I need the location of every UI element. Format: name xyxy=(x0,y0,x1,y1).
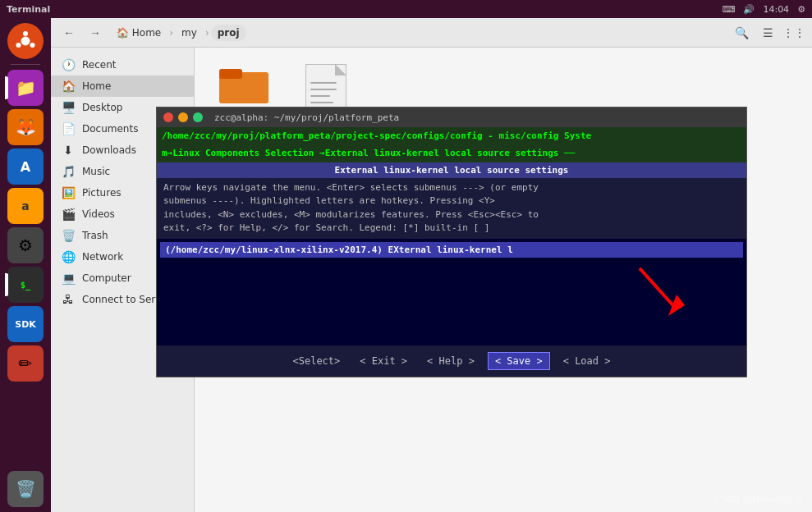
folder-svg-icon xyxy=(219,64,268,105)
launcher-icon-amazon[interactable]: a xyxy=(7,188,44,224)
network-icon: 🌐 xyxy=(61,250,76,263)
breadcrumb: 🏠 Home › my › proj xyxy=(110,25,246,41)
view-list-button[interactable]: ☰ xyxy=(756,21,779,44)
menuconfig-select-button[interactable]: <Select> xyxy=(287,353,347,369)
videos-icon: 🎬 xyxy=(61,208,76,221)
menuconfig-help-button[interactable]: < Help > xyxy=(420,353,481,369)
sidebar-label-computer: Computer xyxy=(82,272,131,284)
terminal-path-text-1: /home/zcc/my/proj/platform_peta/project-… xyxy=(162,130,591,141)
menuconfig-exit-button[interactable]: < Exit > xyxy=(353,353,414,369)
forward-button[interactable]: → xyxy=(84,21,107,44)
menuconfig-list: (/home/zcc/my/linux-xlnx-xilinx-v2017.4)… xyxy=(157,239,746,345)
menuconfig-info: Arrow keys navigate the menu. <Enter> se… xyxy=(157,178,746,239)
sidebar-label-videos: Videos xyxy=(82,208,115,220)
home-icon: 🏠 xyxy=(61,80,76,93)
sidebar-item-recent[interactable]: 🕐 Recent xyxy=(51,54,194,75)
documents-icon: 📄 xyxy=(61,122,76,135)
terminal-titlebar: zcc@alpha: ~/my/proj/platform_peta xyxy=(157,107,746,127)
terminal-title: zcc@alpha: ~/my/proj/platform_peta xyxy=(214,112,399,123)
menuconfig-dialog: External linux-kernel local source setti… xyxy=(157,162,746,377)
computer-icon: 💻 xyxy=(61,272,76,285)
menuconfig-info-line-3: includes, <N> excludes, <M> modularizes … xyxy=(163,208,740,222)
launcher-icon-writer[interactable]: ✏️ xyxy=(7,345,44,382)
menuconfig-buttons: <Select> < Exit > < Help > < Save > < Lo… xyxy=(157,345,746,377)
breadcrumb-separator-2: › xyxy=(205,27,209,39)
menuconfig-info-line-1: Arrow keys navigate the menu. <Enter> se… xyxy=(163,181,740,195)
fm-toolbar: ← → 🏠 Home › my › proj 🔍 ☰ ⋮⋮ xyxy=(51,18,812,48)
launcher-icon-trash[interactable]: 🗑️ xyxy=(7,471,44,507)
sidebar-label-downloads: Downloads xyxy=(82,144,136,156)
menuconfig-load-button[interactable]: < Load > xyxy=(557,353,617,369)
terminal-path-text-2: m→Linux Components Selection →External l… xyxy=(162,148,575,158)
sidebar-label-pictures: Pictures xyxy=(82,187,122,199)
terminal-window: zcc@alpha: ~/my/proj/platform_peta /home… xyxy=(156,107,747,377)
menuconfig-info-line-4: exit, <?> for Help, </> for Search. Lege… xyxy=(163,222,740,235)
launcher-divider xyxy=(11,64,40,65)
settings-icon: ⚙ xyxy=(797,4,805,15)
sidebar-label-music: Music xyxy=(82,166,110,177)
svg-rect-12 xyxy=(310,102,333,103)
recent-icon: 🕐 xyxy=(61,58,76,71)
svg-rect-6 xyxy=(219,69,242,79)
view-grid-button[interactable]: ⋮⋮ xyxy=(782,21,805,44)
trash-icon: 🗑️ xyxy=(61,229,76,242)
red-arrow xyxy=(631,260,697,329)
sidebar-label-documents: Documents xyxy=(82,123,138,135)
sidebar-label-recent: Recent xyxy=(82,59,116,71)
menuconfig-header: External linux-kernel local source setti… xyxy=(157,162,746,178)
launcher-icon-files[interactable]: 📁 xyxy=(7,70,44,106)
sidebar-label-network: Network xyxy=(82,251,123,263)
svg-point-1 xyxy=(21,37,30,45)
desktop-icon: 🖥️ xyxy=(61,101,76,114)
svg-rect-9 xyxy=(310,82,337,84)
terminal-path-line-1: /home/zcc/my/proj/platform_peta/project-… xyxy=(157,127,746,144)
terminal-close-button[interactable] xyxy=(163,112,173,122)
sidebar-label-home: Home xyxy=(82,80,111,92)
launcher-icon-firefox[interactable]: 🦊 xyxy=(7,109,44,145)
top-bar: Terminal ⌨ 🔊 14:04 ⚙ xyxy=(0,0,812,18)
pictures-icon: 🖼️ xyxy=(61,186,76,199)
menuconfig-save-button[interactable]: < Save > xyxy=(488,352,550,370)
menuconfig-selected-item[interactable]: (/home/zcc/my/linux-xlnx-xilinx-v2017.4)… xyxy=(160,242,743,258)
launcher-icon-libreoffice[interactable]: A xyxy=(7,149,44,185)
svg-rect-11 xyxy=(310,95,330,97)
fm-toolbar-right: 🔍 ☰ ⋮⋮ xyxy=(730,21,805,44)
launcher-icon-ubuntu[interactable] xyxy=(7,23,44,59)
terminal-maximize-button[interactable] xyxy=(193,112,203,122)
sidebar-label-desktop: Desktop xyxy=(82,102,123,113)
launcher-icon-sdk[interactable]: SDK xyxy=(7,306,44,342)
document-svg-icon xyxy=(305,64,346,113)
search-button[interactable]: 🔍 xyxy=(730,21,753,44)
launcher-icon-settings[interactable]: ⚙️ xyxy=(7,227,44,263)
svg-point-4 xyxy=(16,43,21,48)
svg-line-13 xyxy=(640,268,677,309)
svg-point-3 xyxy=(30,43,35,48)
launcher-icon-terminal[interactable]: $_ xyxy=(7,267,44,303)
breadcrumb-home[interactable]: 🏠 Home xyxy=(110,25,167,41)
terminal-minimize-button[interactable] xyxy=(178,112,188,122)
terminal-path-line-2: m→Linux Components Selection →External l… xyxy=(157,144,746,162)
server-icon: 🖧 xyxy=(61,293,76,306)
sidebar-label-trash: Trash xyxy=(82,230,108,241)
audio-icon: 🔊 xyxy=(743,4,755,15)
menuconfig-info-line-2: submenus ----). Highlighted letters are … xyxy=(163,194,740,208)
keyboard-icon: ⌨ xyxy=(723,4,736,15)
breadcrumb-my[interactable]: my xyxy=(175,25,204,41)
terminal-body: /home/zcc/my/proj/platform_peta/project-… xyxy=(157,127,746,377)
top-bar-right: ⌨ 🔊 14:04 ⚙ xyxy=(723,4,805,15)
breadcrumb-proj[interactable]: proj xyxy=(211,25,246,41)
downloads-icon: ⬇️ xyxy=(61,144,76,157)
svg-rect-10 xyxy=(310,89,337,90)
launcher: 📁 🦊 A a ⚙️ $_ SDK ✏️ 🗑️ xyxy=(0,18,51,512)
sidebar-item-home[interactable]: 🏠 Home xyxy=(51,75,194,97)
clock: 14:04 xyxy=(763,4,789,15)
top-bar-title: Terminal xyxy=(7,4,50,15)
breadcrumb-separator-1: › xyxy=(169,27,173,39)
svg-point-2 xyxy=(23,31,28,36)
music-icon: 🎵 xyxy=(61,165,76,178)
back-button[interactable]: ← xyxy=(57,21,80,44)
